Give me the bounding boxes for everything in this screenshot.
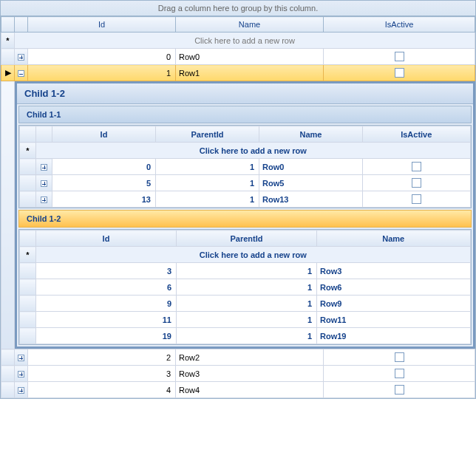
table-row[interactable]: 5 1 Row5 — [20, 175, 471, 191]
detail-row: Child 1-2 Child 1-1 Id ParentId Name I — [1, 81, 475, 349]
checkbox-isactive[interactable] — [395, 68, 404, 78]
cell-parentid[interactable]: 1 — [156, 159, 259, 175]
col-header-id[interactable]: Id — [28, 17, 176, 33]
cell-id[interactable]: 9 — [36, 296, 177, 312]
expand-icon[interactable] — [18, 355, 24, 361]
cell-parentid[interactable]: 1 — [177, 328, 317, 344]
new-row-text[interactable]: Click here to add a new row — [15, 33, 475, 49]
new-row-text[interactable]: Click here to add a new row — [36, 143, 471, 159]
table-row[interactable]: 3 Row3 — [1, 366, 475, 382]
col-header-name[interactable]: Name — [317, 230, 471, 247]
child1-new-row[interactable]: * Click here to add a new row — [20, 143, 471, 159]
col-header-name[interactable]: Name — [259, 126, 363, 143]
row-indicator — [1, 81, 15, 349]
checkbox-isactive[interactable] — [412, 162, 421, 171]
cell-parentid[interactable]: 1 — [177, 263, 317, 279]
table-row[interactable]: 3 1 Row3 — [20, 263, 471, 279]
master-grid: Drag a column here to group by this colu… — [0, 0, 476, 399]
cell-name[interactable]: Row3 — [176, 366, 324, 382]
cell-name[interactable]: Row19 — [317, 328, 471, 344]
cell-name[interactable]: Row2 — [176, 349, 324, 366]
expand-icon[interactable] — [18, 54, 24, 61]
cell-id[interactable]: 6 — [36, 279, 177, 296]
cell-name[interactable]: Row3 — [317, 263, 471, 279]
expand-icon[interactable] — [18, 387, 24, 394]
col-header-isactive[interactable]: IsActive — [363, 126, 471, 143]
master-table: Id Name IsActive * Click here to add a n… — [1, 16, 475, 398]
cell-name[interactable]: Row1 — [176, 65, 324, 81]
cell-id[interactable]: 4 — [28, 382, 176, 398]
row-indicator — [1, 49, 15, 65]
cell-id[interactable]: 0 — [52, 159, 156, 175]
checkbox-isactive[interactable] — [412, 178, 421, 188]
cell-parentid[interactable]: 1 — [177, 296, 317, 312]
expand-icon[interactable] — [18, 371, 24, 378]
cell-parentid[interactable]: 1 — [156, 175, 259, 191]
checkbox-isactive[interactable] — [395, 352, 404, 362]
child2-grid: Id ParentId Name * Click here to add a n… — [18, 229, 472, 345]
table-row[interactable]: 6 1 Row6 — [20, 279, 471, 296]
cell-id[interactable]: 3 — [36, 263, 177, 279]
cell-id[interactable]: 13 — [52, 191, 156, 208]
cell-name[interactable]: Row13 — [259, 191, 363, 208]
cell-name[interactable]: Row0 — [176, 49, 324, 65]
cell-parentid[interactable]: 1 — [156, 191, 259, 208]
cell-id[interactable]: 0 — [28, 49, 176, 65]
col-header-parentid[interactable]: ParentId — [177, 230, 317, 247]
new-row-star-icon: * — [6, 36, 9, 45]
child1-header[interactable]: Child 1-1 — [18, 106, 472, 123]
master-header-row: Id Name IsActive — [1, 17, 475, 33]
col-header-parentid[interactable]: ParentId — [156, 126, 259, 143]
child2-header[interactable]: Child 1-2 — [18, 210, 472, 228]
cell-name[interactable]: Row6 — [317, 279, 471, 296]
col-header-name[interactable]: Name — [176, 17, 324, 33]
cell-name[interactable]: Row0 — [259, 159, 363, 175]
expand-header — [15, 17, 28, 33]
checkbox-isactive[interactable] — [412, 194, 421, 204]
detail-panel: Child 1-2 Child 1-1 Id ParentId Name I — [15, 81, 475, 349]
table-row[interactable]: 19 1 Row19 — [20, 328, 471, 344]
cell-name[interactable]: Row4 — [176, 382, 324, 398]
group-panel[interactable]: Drag a column here to group by this colu… — [1, 1, 475, 16]
expand-icon[interactable] — [41, 197, 47, 203]
col-header-isactive[interactable]: IsActive — [324, 17, 475, 33]
new-row-star-icon: * — [26, 146, 29, 155]
cell-id[interactable]: 3 — [28, 366, 176, 382]
table-row[interactable]: 0 Row0 — [1, 49, 475, 65]
cell-parentid[interactable]: 1 — [177, 279, 317, 296]
expand-icon[interactable] — [41, 164, 47, 171]
cell-id[interactable]: 2 — [28, 349, 176, 366]
checkbox-isactive[interactable] — [395, 369, 404, 378]
child2-new-row[interactable]: * Click here to add a new row — [20, 247, 471, 263]
expand-icon[interactable] — [41, 180, 47, 187]
table-row[interactable]: 0 1 Row0 — [20, 159, 471, 175]
new-row-text[interactable]: Click here to add a new row — [36, 247, 471, 263]
new-row-star-icon: * — [26, 250, 29, 259]
cell-name[interactable]: Row9 — [317, 296, 471, 312]
cell-parentid[interactable]: 1 — [177, 312, 317, 328]
cell-id[interactable]: 11 — [36, 312, 177, 328]
cell-name[interactable]: Row11 — [317, 312, 471, 328]
table-row[interactable]: 2 Row2 — [1, 349, 475, 366]
cell-id[interactable]: 1 — [28, 65, 176, 81]
checkbox-isactive[interactable] — [395, 385, 404, 395]
table-row[interactable]: 4 Row4 — [1, 382, 475, 398]
table-row[interactable]: 9 1 Row9 — [20, 296, 471, 312]
collapse-icon[interactable] — [18, 70, 24, 77]
table-row[interactable]: 13 1 Row13 — [20, 191, 471, 208]
child1-grid: Id ParentId Name IsActive * Click here t… — [18, 125, 472, 208]
col-header-id[interactable]: Id — [36, 230, 177, 247]
cell-id[interactable]: 5 — [52, 175, 156, 191]
expand-header — [36, 126, 52, 143]
col-header-id[interactable]: Id — [52, 126, 156, 143]
cell-name[interactable]: Row5 — [259, 175, 363, 191]
table-row[interactable]: 11 1 Row11 — [20, 312, 471, 328]
indicator-header — [1, 17, 15, 33]
checkbox-isactive[interactable] — [395, 52, 404, 61]
indicator-header — [20, 126, 36, 143]
master-new-row[interactable]: * Click here to add a new row — [1, 33, 475, 49]
table-row[interactable]: ▶ 1 Row1 — [1, 65, 475, 81]
current-row-arrow-icon: ▶ — [5, 68, 11, 77]
detail-active-tab[interactable]: Child 1-2 — [17, 83, 473, 104]
cell-id[interactable]: 19 — [36, 328, 177, 344]
